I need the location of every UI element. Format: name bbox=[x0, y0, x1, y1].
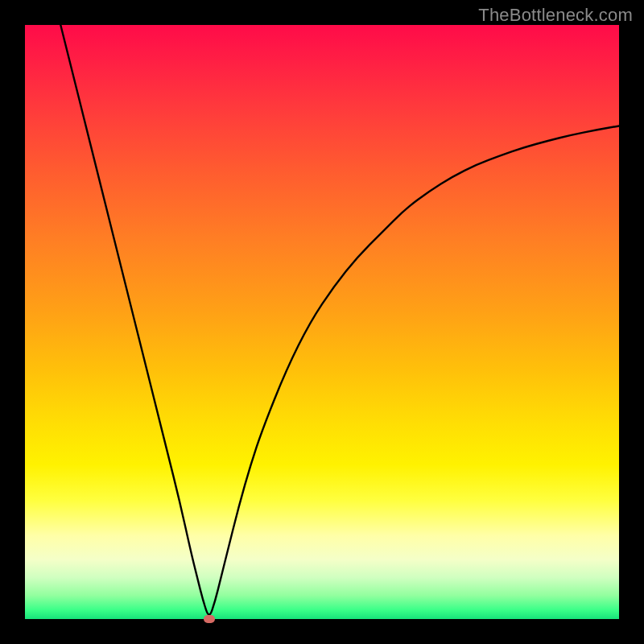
bottleneck-curve bbox=[25, 25, 619, 619]
bottleneck-point bbox=[204, 615, 215, 623]
plot-area bbox=[25, 25, 619, 619]
chart-frame: TheBottleneck.com bbox=[0, 0, 644, 644]
watermark-text: TheBottleneck.com bbox=[478, 5, 633, 26]
